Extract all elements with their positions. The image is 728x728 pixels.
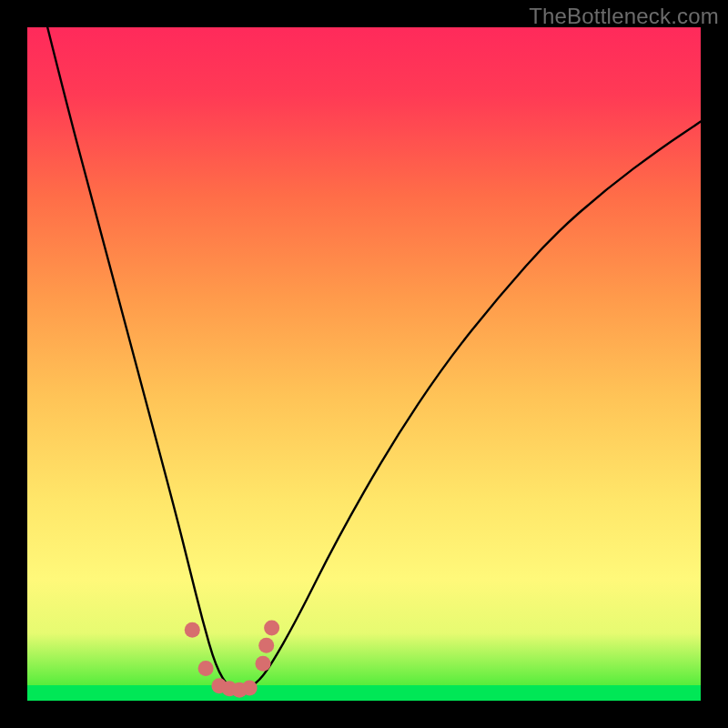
bottleneck-curve bbox=[47, 27, 701, 690]
marker-group bbox=[185, 621, 279, 698]
curve-layer bbox=[27, 27, 701, 701]
marker-point bbox=[258, 638, 274, 653]
chart-frame: TheBottleneck.com bbox=[0, 0, 728, 728]
marker-point bbox=[185, 622, 200, 638]
marker-point bbox=[198, 661, 214, 676]
marker-point bbox=[242, 680, 258, 695]
marker-point bbox=[256, 656, 271, 672]
plot-area bbox=[27, 27, 701, 701]
marker-point bbox=[264, 621, 279, 636]
watermark-text: TheBottleneck.com bbox=[529, 4, 719, 29]
